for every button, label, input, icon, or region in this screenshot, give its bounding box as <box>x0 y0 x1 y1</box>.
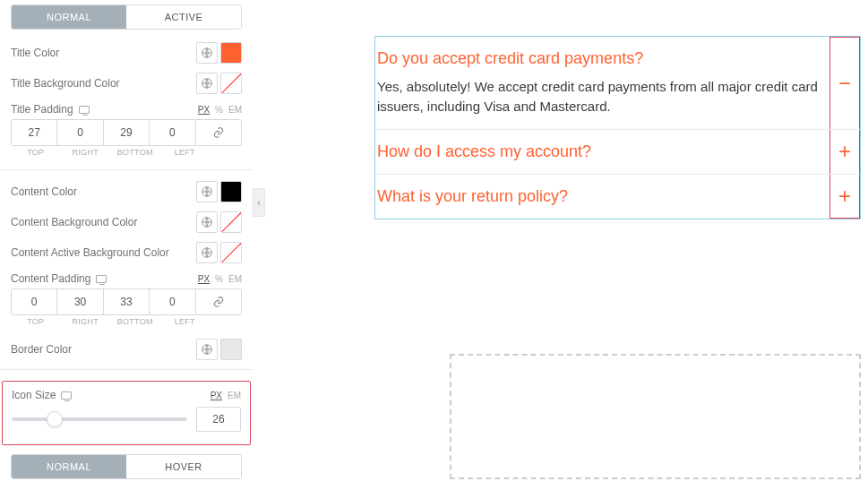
title-pad-right[interactable] <box>57 120 102 145</box>
swatch-title-color[interactable] <box>220 42 242 64</box>
icon-size-highlight: Icon Size PX EM <box>2 381 251 445</box>
section-divider <box>0 369 253 370</box>
icon-size-slider[interactable] <box>12 417 187 421</box>
content-pad-labels: TOPRIGHTBOTTOMLEFT <box>11 317 242 326</box>
title-pad-bottom[interactable] <box>104 120 149 145</box>
tab-hover[interactable]: HOVER <box>126 455 241 478</box>
global-title-color[interactable] <box>196 42 218 64</box>
title-pad-labels: TOPRIGHTBOTTOMLEFT <box>11 148 242 157</box>
device-icon[interactable] <box>96 275 107 283</box>
label-content-color: Content Color <box>11 185 77 198</box>
unit-pct[interactable]: % <box>215 274 223 284</box>
label-icon-size: Icon Size <box>12 389 72 401</box>
unit-em[interactable]: EM <box>228 274 242 284</box>
expand-icon[interactable]: + <box>829 175 860 219</box>
title-pad-units: PX % EM <box>198 105 242 115</box>
faq-question: How do I access my account? <box>377 142 828 161</box>
global-title-bg[interactable] <box>196 73 218 94</box>
content-pad-right[interactable] <box>57 289 102 314</box>
preview-area: Do you accept credit card payments? Yes,… <box>253 0 868 490</box>
device-icon[interactable] <box>79 106 90 114</box>
faq-answer: Yes, absolutely! We accept credit card p… <box>377 77 828 116</box>
swatch-content-color[interactable] <box>220 181 242 202</box>
swatch-content-active-bg[interactable] <box>220 242 242 263</box>
tab-normal[interactable]: NORMAL <box>12 5 126 29</box>
icon-size-value[interactable] <box>196 407 241 432</box>
title-pad-top[interactable] <box>12 120 56 145</box>
expand-icon[interactable]: + <box>829 130 860 174</box>
faq-item[interactable]: How do I access my account? + <box>375 130 860 175</box>
faq-question: Do you accept credit card payments? <box>377 49 828 68</box>
global-border-color[interactable] <box>196 339 218 360</box>
icon-size-units: PX EM <box>211 391 241 400</box>
content-pad-link[interactable] <box>196 289 241 314</box>
unit-em[interactable]: EM <box>228 391 241 400</box>
empty-section-placeholder[interactable] <box>450 354 861 479</box>
tab-active[interactable]: ACTIVE <box>126 5 241 29</box>
content-pad-bottom[interactable] <box>104 289 149 314</box>
global-content-color[interactable] <box>196 181 218 202</box>
swatch-title-bg[interactable] <box>220 73 242 94</box>
title-pad-link[interactable] <box>196 120 241 145</box>
state-tabs: NORMAL ACTIVE <box>11 4 242 30</box>
title-padding-group <box>11 119 242 146</box>
content-padding-group <box>11 288 242 315</box>
style-sidebar: NORMAL ACTIVE Title Color Title Backgrou… <box>0 0 253 490</box>
faq-item[interactable]: What is your return policy? + <box>375 175 860 219</box>
content-pad-top[interactable] <box>12 289 56 314</box>
unit-px[interactable]: PX <box>211 391 222 400</box>
unit-em[interactable]: EM <box>228 105 242 115</box>
global-content-active-bg[interactable] <box>196 242 218 263</box>
swatch-border-color[interactable] <box>220 339 242 360</box>
collapse-icon[interactable]: − <box>829 37 860 129</box>
title-pad-left[interactable] <box>150 120 194 145</box>
label-content-active-bg: Content Active Background Color <box>11 246 169 259</box>
faq-accordion: Do you accept credit card payments? Yes,… <box>374 36 861 219</box>
device-icon[interactable] <box>61 391 72 400</box>
hover-tabs: NORMAL HOVER <box>11 454 242 479</box>
unit-px[interactable]: PX <box>198 105 210 115</box>
label-title-bg: Title Background Color <box>11 77 120 90</box>
section-divider <box>0 169 253 170</box>
global-content-bg[interactable] <box>196 211 218 233</box>
content-pad-left[interactable] <box>150 289 194 314</box>
tab-normal-2[interactable]: NORMAL <box>12 455 126 478</box>
unit-pct[interactable]: % <box>215 105 223 115</box>
slider-thumb[interactable] <box>47 411 63 427</box>
label-content-pad: Content Padding <box>11 272 107 285</box>
faq-question: What is your return policy? <box>377 187 828 206</box>
label-title-pad: Title Padding <box>11 103 90 116</box>
content-pad-units: PX % EM <box>198 274 242 284</box>
label-title-color: Title Color <box>11 47 59 59</box>
unit-px[interactable]: PX <box>198 274 210 284</box>
swatch-content-bg[interactable] <box>220 211 242 233</box>
label-content-bg: Content Background Color <box>11 216 137 228</box>
faq-item[interactable]: Do you accept credit card payments? Yes,… <box>375 37 860 130</box>
label-border-color: Border Color <box>11 343 72 356</box>
